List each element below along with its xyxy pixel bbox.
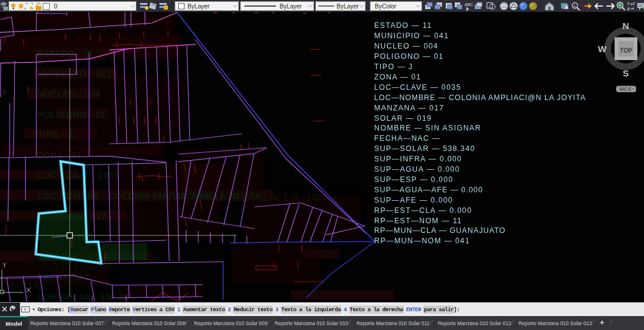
svg-text:SUP—SOLAR — 538.340: SUP—SOLAR — 538.340 (374, 144, 475, 153)
svg-text:SUP—ESP — 0.000: SUP—ESP — 0.000 (374, 175, 454, 184)
svg-text:LOC-CLAVE - 0035: LOC-CLAVE - 0035 (38, 170, 119, 180)
svg-text:LOC—NOMBRE — COLONIA AMPLIA: LOC—NOMBRE — COLONIA AMPLIACI@N LA JOYIT… (374, 93, 586, 102)
svg-text:NUCLEO - 004: NUCLEO - 004 (38, 89, 101, 99)
svg-text:POLIGONO - 01: POLIGONO - 01 (38, 110, 106, 120)
svg-text:SUP—AGUA—AFE — 0.000: SUP—AGUA—AFE — 0.000 (374, 186, 483, 194)
svg-text:S: S (623, 68, 629, 78)
svg-text:T: T (627, 2, 630, 6)
svg-text:LOC—CLAVE — 0035: LOC—CLAVE — 0035 (374, 83, 461, 92)
svg-text:TIPO - J: TIPO - J (38, 130, 73, 140)
svg-text:NOMBRE — SIN ASIGNAR: NOMBRE — SIN ASIGNAR (374, 124, 481, 132)
svg-text:W: W (598, 44, 607, 54)
svg-text:RP—EST—NOM — 11: RP—EST—NOM — 11 (374, 217, 462, 225)
svg-text:TOP: TOP (620, 47, 632, 54)
svg-text:SUP—INFRA — 0.000: SUP—INFRA — 0.000 (374, 155, 462, 163)
svg-text:A: A (574, 4, 576, 8)
svg-text:SUP—AGUA — 0.000: SUP—AGUA — 0.000 (374, 165, 460, 173)
svg-text:WCS: WCS (619, 86, 631, 92)
svg-text:ZONA — 01: ZONA — 01 (374, 73, 421, 81)
svg-text:TIPO — J: TIPO — J (374, 62, 413, 71)
svg-text:MUNICIPIO - 041: MUNICIPIO - 041 (38, 69, 112, 79)
svg-text:ESTADO - 11: ESTADO - 11 (38, 49, 93, 58)
svg-text:N: N (623, 21, 629, 31)
svg-text:MUNICIPIO — 041: MUNICIPIO — 041 (374, 32, 449, 40)
svg-text:T: T (632, 2, 636, 6)
svg-text:SOLAR — 019: SOLAR — 019 (374, 114, 432, 123)
svg-text:FECHA—NAC —: FECHA—NAC — (374, 134, 440, 143)
svg-text:ABC: ABC (465, 2, 473, 7)
svg-text:POLIGONO — 01: POLIGONO — 01 (374, 52, 444, 61)
svg-text:ESTADO — 11: ESTADO — 11 (374, 21, 432, 30)
svg-text:A: A (627, 7, 630, 11)
svg-text:NUCLEO — 004: NUCLEO — 004 (374, 42, 438, 50)
svg-text:ZONA - 01: ZONA - 01 (38, 150, 82, 160)
svg-text:A-NAC -: A-NAC - (8, 280, 62, 292)
svg-text:RP—EST—CLA — 0.000: RP—EST—CLA — 0.000 (374, 206, 472, 215)
svg-text:RP—MUN—CLA — GUANAJUATO: RP—MUN—CLA — GUANAJUATO (374, 226, 506, 235)
svg-text:SUP—AFE — 0.000: SUP—AFE — 0.000 (374, 196, 453, 204)
svg-text:RP—MUN—NOM — 041: RP—MUN—NOM — 041 (374, 237, 470, 245)
svg-text:MANZANA — 017: MANZANA — 017 (374, 104, 444, 112)
svg-text:COLONIA AMPLIACI@N LA JO: COLONIA AMPLIACI@N LA JO (124, 190, 323, 203)
